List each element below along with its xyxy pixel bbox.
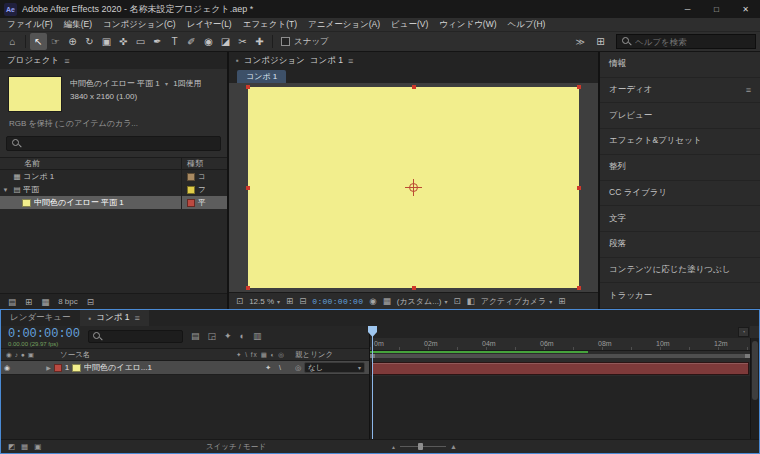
composition-panel-header[interactable]: ▪ コンポジション コンポ 1 ≡ bbox=[229, 52, 598, 69]
project-panel-header[interactable]: プロジェクト ≡ bbox=[0, 52, 227, 69]
home-icon[interactable]: ⌂ bbox=[4, 33, 21, 50]
panel-tab-content-aware-fill[interactable]: コンテンツに応じた塗りつぶし bbox=[600, 258, 760, 284]
panel-tab-align[interactable]: 整列 bbox=[600, 155, 760, 181]
menu-animation[interactable]: アニメーション(A) bbox=[308, 19, 380, 31]
menu-file[interactable]: ファイル(F) bbox=[7, 19, 53, 31]
comp-marker-bin-icon[interactable]: ◔ bbox=[738, 327, 749, 337]
timeline-track-area[interactable]: ◔ 0m 02m 04m 06m 08m 10m 12m bbox=[370, 326, 759, 439]
pan-behind-tool-icon[interactable]: ✜ bbox=[115, 33, 132, 50]
help-search-field[interactable] bbox=[616, 34, 756, 49]
panel-menu-icon[interactable]: ≡ bbox=[746, 85, 751, 95]
zoom-tool-icon[interactable]: ⊕ bbox=[64, 33, 81, 50]
toolbar-overflow-icon[interactable]: ≫ bbox=[576, 37, 585, 47]
menu-layer[interactable]: レイヤー(L) bbox=[187, 19, 232, 31]
region-of-interest-icon[interactable]: ⊡ bbox=[454, 296, 461, 306]
playhead[interactable] bbox=[372, 326, 373, 439]
workspace-icon[interactable]: ⊞ bbox=[592, 33, 609, 50]
panel-tab-info[interactable]: 情報 bbox=[600, 52, 760, 78]
panel-tab-audio[interactable]: オーディオ≡ bbox=[600, 78, 760, 104]
quality-switch-icon[interactable]: \ bbox=[279, 364, 281, 372]
column-source-name[interactable]: ソース名 bbox=[60, 350, 90, 360]
panel-tab-paragraph[interactable]: 段落 bbox=[600, 232, 760, 258]
zoom-slider[interactable] bbox=[400, 446, 446, 447]
panel-tab-effects-presets[interactable]: エフェクト&プリセット bbox=[600, 129, 760, 155]
timeline-scrollbar[interactable] bbox=[750, 338, 759, 439]
clone-stamp-tool-icon[interactable]: ◉ bbox=[200, 33, 217, 50]
expand-in-out-icon[interactable]: ▣ bbox=[34, 442, 41, 451]
project-bpc[interactable]: 8 bpc bbox=[58, 297, 78, 306]
layer-row-selected[interactable]: ◉ ▶ 1 中間色のイエロ...1 ✦ \ ◎ bbox=[1, 361, 369, 375]
expand-transfer-controls-icon[interactable]: ▦ bbox=[21, 442, 28, 451]
3d-view-dropdown[interactable]: アクティブカメラ ▾ bbox=[481, 296, 553, 307]
panel-tab-tracker[interactable]: トラッカー bbox=[600, 283, 760, 309]
trash-icon[interactable]: ⊟ bbox=[87, 297, 94, 307]
zoom-slider-thumb[interactable] bbox=[418, 443, 423, 450]
view-layout-icon[interactable]: ⊞ bbox=[558, 296, 565, 306]
label-color-chip[interactable] bbox=[187, 186, 195, 194]
close-button[interactable]: ✕ bbox=[731, 0, 760, 18]
time-ruler[interactable]: 0m 02m 04m 06m 08m 10m 12m bbox=[370, 338, 750, 351]
draft-3d-icon[interactable]: ◲ bbox=[208, 331, 217, 348]
motion-blur-icon[interactable]: ◐ bbox=[240, 331, 245, 348]
panel-tab-preview[interactable]: プレビュー bbox=[600, 103, 760, 129]
selection-handle[interactable] bbox=[412, 286, 416, 290]
transparency-grid-icon[interactable]: ◧ bbox=[467, 296, 475, 306]
minimize-button[interactable]: ─ bbox=[673, 0, 702, 18]
panel-menu-icon[interactable]: ≡ bbox=[135, 313, 140, 323]
eye-icon[interactable]: ◉ bbox=[1, 364, 13, 372]
chevron-down-icon[interactable]: ▾ bbox=[165, 80, 168, 90]
puppet-pin-tool-icon[interactable]: ✚ bbox=[251, 33, 268, 50]
scrollbar-thumb[interactable] bbox=[752, 341, 758, 400]
expand-layer-switches-icon[interactable]: ◩ bbox=[8, 442, 15, 451]
table-row-selected[interactable]: 中間色のイエロー 平面 1 平 bbox=[0, 196, 227, 209]
twirl-open-icon[interactable]: ▼ bbox=[0, 187, 11, 193]
viewer-tab-comp1[interactable]: コンポ 1 bbox=[237, 70, 286, 83]
selection-tool-icon[interactable]: ↖ bbox=[30, 33, 47, 50]
tab-comp1[interactable]: ▪ コンポ 1 ≡ bbox=[80, 310, 149, 326]
maximize-button[interactable]: □ bbox=[702, 0, 731, 18]
twirl-closed-icon[interactable]: ▶ bbox=[43, 364, 54, 371]
menu-help[interactable]: ヘルプ(H) bbox=[508, 19, 546, 31]
switches-modes-toggle[interactable]: スイッチ / モード bbox=[206, 442, 266, 452]
hand-tool-icon[interactable]: ☞ bbox=[47, 33, 64, 50]
orbit-tool-icon[interactable]: ↻ bbox=[81, 33, 98, 50]
selection-handle[interactable] bbox=[577, 85, 581, 89]
shy-switch-icon[interactable]: ✦ bbox=[265, 364, 271, 372]
work-area-bar[interactable] bbox=[370, 354, 750, 358]
composition-viewer[interactable] bbox=[229, 83, 598, 292]
tab-render-queue[interactable]: レンダーキュー bbox=[1, 310, 80, 326]
eraser-tool-icon[interactable]: ◪ bbox=[217, 33, 234, 50]
always-preview-icon[interactable]: ⊡ bbox=[236, 296, 243, 306]
camera-tool-icon[interactable]: ▣ bbox=[98, 33, 115, 50]
selection-handle[interactable] bbox=[246, 85, 250, 89]
label-color-chip[interactable] bbox=[187, 199, 195, 207]
interpret-footage-icon[interactable]: ▤ bbox=[8, 297, 16, 307]
show-channel-icon[interactable]: ▦ bbox=[383, 296, 391, 306]
pickwhip-icon[interactable]: ◎ bbox=[295, 364, 301, 372]
hide-shy-layers-icon[interactable]: ✦ bbox=[224, 331, 232, 348]
shape-tool-icon[interactable]: ▭ bbox=[132, 33, 149, 50]
table-row[interactable]: ▼ ▤ 平面 フ bbox=[0, 183, 227, 196]
current-timecode[interactable]: 0:00:00:00 bbox=[8, 328, 80, 341]
panel-menu-icon[interactable]: ≡ bbox=[348, 56, 353, 66]
new-composition-icon[interactable]: ▦ bbox=[41, 297, 49, 307]
zoom-in-mountain-icon[interactable]: ▲ bbox=[450, 443, 457, 450]
layer-label-chip[interactable] bbox=[54, 364, 62, 372]
resolution-dropdown[interactable]: (カスタム...) ▾ bbox=[397, 296, 448, 307]
project-search-field[interactable] bbox=[6, 136, 221, 151]
menu-composition[interactable]: コンポジション(C) bbox=[103, 19, 176, 31]
brush-tool-icon[interactable]: ✐ bbox=[183, 33, 200, 50]
selection-handle[interactable] bbox=[246, 286, 250, 290]
parent-dropdown[interactable]: なし ▾ bbox=[304, 362, 365, 373]
panel-tab-character[interactable]: 文字 bbox=[600, 206, 760, 232]
table-row[interactable]: ▦ コンポ 1 コ bbox=[0, 170, 227, 183]
grid-guides-icon[interactable]: ⊞ bbox=[286, 296, 293, 306]
panel-menu-icon[interactable]: ≡ bbox=[64, 56, 69, 66]
selection-handle[interactable] bbox=[577, 286, 581, 290]
magnification-dropdown[interactable]: 12.5 % ▾ bbox=[249, 297, 280, 306]
menu-effect[interactable]: エフェクト(T) bbox=[243, 19, 297, 31]
roto-brush-tool-icon[interactable]: ✂ bbox=[234, 33, 251, 50]
timeline-search-field[interactable] bbox=[88, 330, 183, 343]
label-color-chip[interactable] bbox=[187, 173, 195, 181]
solid-layer-canvas[interactable] bbox=[248, 87, 579, 288]
